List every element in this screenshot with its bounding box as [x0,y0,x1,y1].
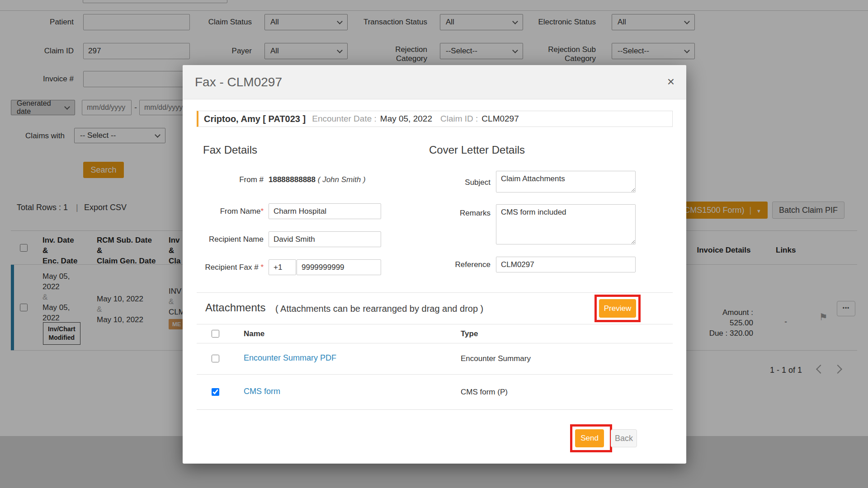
attachment-name-link[interactable]: Encounter Summary PDF [244,353,336,363]
reference-input[interactable] [496,257,636,272]
required-asterisk: * [260,263,264,272]
from-name-label: From Name* [200,207,264,216]
send-button[interactable]: Send [575,429,604,447]
close-icon[interactable]: × [667,75,675,89]
subject-label: Subject [436,178,491,187]
attachments-table-top-border [197,324,673,324]
name-column-header: Name [244,329,264,338]
attachment-row-border [197,409,673,410]
fax-details-heading: Fax Details [203,144,257,156]
attachment-row-border [197,374,673,375]
recipient-name-label: Recipient Name [200,235,264,244]
attachments-header-border [197,343,673,343]
attachment-type: CMS form (P) [461,388,508,397]
screen: Patient Claim Status All Transaction Sta… [0,0,868,488]
country-code-input[interactable] [269,259,296,275]
claim-id-label: Claim ID : [440,114,478,124]
patient-name: Criptoo, Amy [ PAT023 ] [204,114,306,124]
attachment-type: Encounter Summary [461,354,531,363]
encounter-date-value: May 05, 2022 [380,114,432,124]
cover-letter-heading: Cover Letter Details [429,144,525,156]
remarks-textarea[interactable]: CMS form included [496,204,636,244]
back-button[interactable]: Back [611,429,637,447]
modal-title: Fax - CLM0297 [195,65,282,99]
modal-header: Fax - CLM0297 × [183,65,686,99]
from-name-input[interactable] [269,203,381,219]
claim-id-value: CLM0297 [481,114,519,124]
required-asterisk: * [260,207,264,216]
attachments-heading: Attachments [205,301,265,314]
recipient-fax-label: Recipient Fax # * [196,263,264,272]
remarks-label: Remarks [436,209,491,218]
attachment-row-checkbox[interactable] [212,355,219,362]
encounter-date-label: Encounter Date : [312,114,377,124]
recipient-name-input[interactable] [269,231,381,247]
preview-button[interactable]: Preview [599,299,636,318]
from-number-value: 18888888888 ( John Smith ) [269,174,385,185]
attachments-note: ( Attachments can be rearranged by drag … [275,304,483,314]
subject-textarea[interactable]: Claim Attachments [496,171,636,192]
patient-info-bar: Criptoo, Amy [ PAT023 ] Encounter Date :… [197,111,673,127]
reference-label: Reference [436,260,491,269]
attachments-select-all-checkbox[interactable] [212,330,219,338]
attachment-row-checkbox[interactable] [212,388,219,396]
section-divider [197,292,673,293]
fax-modal: Fax - CLM0297 × Criptoo, Amy [ PAT023 ] … [183,65,686,464]
attachment-name-link[interactable]: CMS form [244,387,280,396]
type-column-header: Type [461,329,478,338]
recipient-fax-input[interactable] [297,259,381,275]
from-number-label: From # [209,175,264,184]
